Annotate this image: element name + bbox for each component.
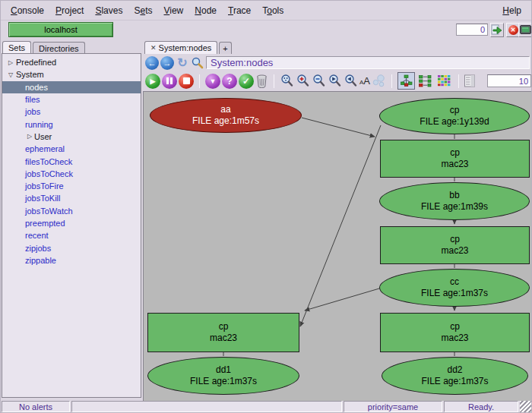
tree-item-zipjobs[interactable]: zipjobs [2, 241, 141, 254]
zoom-out-button[interactable] [312, 74, 326, 88]
tree-item-jobs[interactable]: jobs [2, 106, 141, 118]
download-icon: ▼ [210, 77, 217, 85]
back-button[interactable]: ← [145, 56, 159, 70]
edge-aa-to-cpjob1 [302, 118, 375, 137]
graph-node-cp-job1[interactable]: cp mac23 [380, 140, 530, 178]
stop-button[interactable] [179, 74, 194, 89]
refresh-icon: ↻ [177, 56, 187, 69]
toolbar-separator [199, 74, 200, 88]
search-button[interactable] [191, 56, 204, 70]
forward-button[interactable]: → [160, 56, 174, 70]
run-icon: ▶ [150, 77, 156, 85]
log-button[interactable] [464, 74, 476, 87]
app-window: Console Project Slaves Sets View Node Tr… [0, 0, 532, 413]
tab-system-nodes-label: System:nodes [159, 43, 212, 52]
edge-cc-to-cpjobleft [305, 288, 379, 311]
toolbar-separator [458, 74, 459, 88]
menu-sets[interactable]: Sets [131, 5, 154, 17]
stop-icon [183, 77, 190, 84]
tree-item-jobstocheck[interactable]: jobsToCheck [2, 168, 141, 180]
tab-sets[interactable]: Sets [2, 41, 31, 54]
zoom-fit-button[interactable] [280, 74, 294, 88]
graph-node-dd1[interactable]: dd1 FILE age:1m37s [147, 357, 299, 395]
pause-button[interactable] [162, 74, 177, 89]
tab-directories[interactable]: Directories [33, 42, 85, 54]
tree-item-zippable[interactable]: zippable [2, 254, 141, 266]
abort-icon: ✕ [508, 25, 518, 35]
graph-canvas[interactable]: aa FILE age:1m57s cp FILE age:1y139d cp … [143, 91, 532, 401]
tree-item-nodes[interactable]: nodes [2, 81, 141, 93]
menu-slaves[interactable]: Slaves [93, 5, 125, 17]
tree-item-predefined[interactable]: ▷ Predefined [2, 56, 141, 68]
list-view-button[interactable] [416, 72, 434, 90]
tree-item-recent[interactable]: recent [2, 229, 141, 241]
check-button[interactable]: ✓ [239, 74, 254, 89]
menu-project[interactable]: Project [53, 5, 86, 17]
graph-node-aa[interactable]: aa FILE age:1m57s [150, 98, 302, 133]
check-icon: ✓ [242, 76, 250, 87]
tree-item-ephemeral[interactable]: ephemeral [2, 143, 141, 155]
zoom-next-button[interactable] [328, 74, 342, 88]
zoom-level-field[interactable]: 10 [487, 74, 531, 87]
graph-view-button[interactable] [397, 72, 415, 90]
graph-node-cp-job-right[interactable]: cp mac23 [380, 313, 530, 352]
trash-button[interactable] [255, 74, 268, 88]
pause-icon [166, 77, 173, 84]
toolbar-separator [274, 74, 274, 88]
download-button[interactable]: ▼ [205, 74, 220, 89]
graph-toolbar: ▶ ▼ ? ✓ [143, 71, 531, 90]
alerts-status: No alerts [2, 401, 70, 412]
run-arrow-button[interactable] [490, 23, 504, 37]
zoom-prev-button[interactable] [344, 74, 358, 88]
resize-grip[interactable] [520, 401, 532, 412]
grid-view-icon [438, 74, 451, 87]
new-tab-button[interactable]: + [219, 42, 231, 54]
info-status [71, 401, 342, 412]
edge-cpfile-to-cpjobleft [300, 125, 381, 326]
tree-item-user[interactable]: ▷ User [2, 131, 141, 143]
expander-icon[interactable]: ▷ [25, 133, 34, 140]
graph-node-cp-job2[interactable]: cp mac23 [380, 226, 530, 264]
tree-item-files[interactable]: files [2, 93, 141, 106]
menu-help[interactable]: Help [500, 5, 524, 17]
tree-item-preempted[interactable]: preempted [2, 217, 141, 229]
tree-item-jobstokill[interactable]: jobsToKill [2, 192, 141, 204]
menu-view[interactable]: View [161, 5, 185, 17]
graph-node-bb[interactable]: bb FILE age:1m39s [379, 182, 530, 220]
nav-toolbar: ← → ↻ System:nodes [143, 55, 531, 71]
back-icon: ← [148, 58, 157, 68]
run-button[interactable]: ▶ [145, 74, 160, 89]
tree-item-running[interactable]: running [2, 118, 141, 130]
menu-console[interactable]: Console [8, 5, 46, 17]
list-view-icon [419, 74, 432, 87]
console-window-button[interactable] [518, 23, 532, 37]
menu-bar: Console Project Slaves Sets View Node Tr… [1, 1, 531, 20]
tab-directories-label: Directories [39, 44, 79, 53]
menu-trace[interactable]: Trace [226, 5, 253, 17]
menu-tools[interactable]: Tools [260, 5, 286, 17]
font-size-button[interactable]: AA [359, 76, 370, 86]
tree-item-jobstowatch[interactable]: jobsToWatch [2, 205, 141, 217]
view-title: System:nodes [206, 56, 530, 69]
close-tab-icon[interactable]: ✕ [150, 44, 157, 52]
counter-field[interactable]: 0 [456, 24, 488, 36]
tree-item-filestocheck[interactable]: filesToCheck [2, 155, 141, 167]
help-button[interactable]: ? [222, 74, 237, 89]
host-button[interactable]: localhost [8, 22, 113, 37]
grid-view-button[interactable] [435, 72, 453, 90]
menu-node[interactable]: Node [192, 5, 219, 17]
graph-node-cc[interactable]: cc FILE age:1m37s [379, 269, 530, 307]
expander-icon[interactable]: ▽ [6, 71, 15, 78]
tab-sets-label: Sets [8, 43, 25, 52]
refresh-button[interactable]: ↻ [176, 55, 189, 70]
graph-node-cp-job-left[interactable]: cp mac23 [147, 313, 299, 352]
expander-icon[interactable]: ▷ [6, 59, 15, 66]
zoom-in-button[interactable] [296, 74, 310, 88]
tree-item-system[interactable]: ▽ System [2, 68, 141, 80]
tab-system-nodes[interactable]: ✕ System:nodes [144, 41, 217, 54]
tree-item-jobstofire[interactable]: jobsToFire [2, 180, 141, 192]
cluster-button[interactable] [372, 74, 386, 88]
graph-node-cp-file[interactable]: cp FILE age:1y139d [379, 98, 530, 134]
forward-icon: → [163, 58, 172, 68]
graph-node-dd2[interactable]: dd2 FILE age:1m37s [382, 357, 528, 395]
